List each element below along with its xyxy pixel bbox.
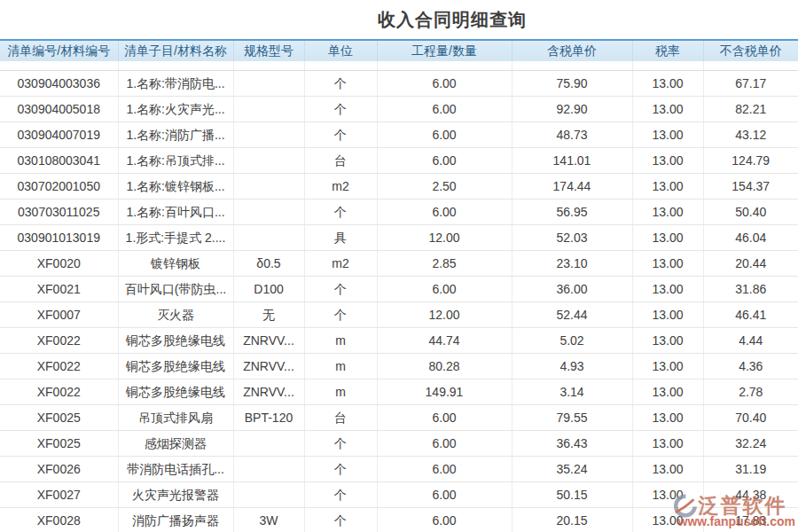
cell-code: XF0022 <box>0 354 118 379</box>
cell-tax_rate: 13.00 <box>632 508 703 532</box>
cell-price_with_tax: 79.55 <box>512 405 632 431</box>
cell-spec <box>233 200 304 225</box>
spacer-cell <box>377 61 512 71</box>
page-title: 收入合同明细查询 <box>378 8 527 32</box>
cell-price_without_tax: 4.36 <box>703 354 798 379</box>
cell-price_with_tax: 48.73 <box>512 122 632 148</box>
table-row[interactable]: XF0028消防广播扬声器3W个6.0020.1513.0017.83 <box>0 508 798 532</box>
cell-price_without_tax: 31.19 <box>703 457 798 482</box>
cell-tax_rate: 13.00 <box>632 148 703 174</box>
cell-price_without_tax: 17.83 <box>703 508 798 532</box>
cell-quantity: 12.00 <box>377 225 512 251</box>
table-row[interactable]: XF0027火灾声光报警器个6.0050.1513.0044.38 <box>0 482 798 508</box>
cell-price_without_tax: 20.44 <box>703 251 798 277</box>
cell-spec: ZNRVV... <box>233 379 304 405</box>
cell-quantity: 6.00 <box>377 97 512 122</box>
spacer-cell <box>632 61 703 71</box>
table-row[interactable]: XF0007灭火器无个12.0052.4413.0046.41 <box>0 302 798 328</box>
cell-price_with_tax: 5.02 <box>512 328 632 354</box>
cell-price_without_tax: 44.38 <box>703 482 798 508</box>
cell-quantity: 6.00 <box>377 431 512 457</box>
column-header-price-without-tax: 不含税单价 <box>703 40 798 61</box>
table-row[interactable]: XF0025吊顶式排风扇BPT-120台6.0079.5513.0070.40 <box>0 405 798 431</box>
cell-price_with_tax: 36.00 <box>512 277 632 302</box>
table-row[interactable]: XF0022铜芯多股绝缘电线ZNRVV...m80.284.9313.004.3… <box>0 354 798 379</box>
spacer-cell <box>512 61 632 71</box>
cell-code: 030702001050 <box>0 174 118 200</box>
table-row[interactable]: 0309010130191.形式:手提式 2....具12.0052.0313.… <box>0 225 798 251</box>
table-row[interactable]: XF0022铜芯多股绝缘电线ZNRVV...m149.913.1413.002.… <box>0 379 798 405</box>
cell-unit: 个 <box>304 482 377 508</box>
table-row[interactable]: 0301080030411.名称:吊顶式排...台6.00141.0113.00… <box>0 148 798 174</box>
cell-tax_rate: 13.00 <box>632 97 703 122</box>
table-row[interactable]: XF0021百叶风口(带防虫...D100个6.0036.0013.0031.8… <box>0 277 798 302</box>
cell-price_without_tax: 46.04 <box>703 225 798 251</box>
cell-code: XF0022 <box>0 328 118 354</box>
cell-code: XF0025 <box>0 431 118 457</box>
cell-name: 1.名称:百叶风口... <box>118 200 233 225</box>
cell-code: 030108003041 <box>0 148 118 174</box>
cell-spec: BPT-120 <box>233 405 304 431</box>
cell-tax_rate: 13.00 <box>632 71 703 97</box>
cell-name: 带消防电话插孔... <box>118 457 233 482</box>
cell-code: 030901013019 <box>0 225 118 251</box>
cell-unit: 台 <box>304 405 377 431</box>
cell-price_without_tax: 2.78 <box>703 379 798 405</box>
cell-quantity: 2.50 <box>377 174 512 200</box>
table-body: 0309040030361.名称:带消防电...个6.0075.9013.006… <box>0 61 798 532</box>
cell-unit: 台 <box>304 148 377 174</box>
table-row[interactable]: 0307030110251.名称:百叶风口...个6.0056.9513.005… <box>0 200 798 225</box>
table-row[interactable]: 0309040030361.名称:带消防电...个6.0075.9013.006… <box>0 71 798 97</box>
cell-unit: 个 <box>304 200 377 225</box>
table-row[interactable]: XF0022铜芯多股绝缘电线ZNRVV...m44.745.0213.004.4… <box>0 328 798 354</box>
cell-spec <box>233 122 304 148</box>
table-row[interactable]: 0309040070191.名称:消防广播...个6.0048.7313.004… <box>0 122 798 148</box>
spacer-cell <box>703 61 798 71</box>
cell-tax_rate: 13.00 <box>632 328 703 354</box>
cell-unit: 个 <box>304 277 377 302</box>
cell-code: XF0020 <box>0 251 118 277</box>
table-row[interactable]: XF0026带消防电话插孔...个6.0035.2413.0031.19 <box>0 457 798 482</box>
column-header-name: 清单子目/材料名称 <box>118 40 233 61</box>
cell-unit: 个 <box>304 71 377 97</box>
cell-name: 铜芯多股绝缘电线 <box>118 354 233 379</box>
table-row[interactable]: XF0020镀锌钢板δ0.5m22.8523.1013.0020.44 <box>0 251 798 277</box>
cell-name: 铜芯多股绝缘电线 <box>118 328 233 354</box>
table-row[interactable]: 0307020010501.名称:镀锌钢板...m22.50174.4413.0… <box>0 174 798 200</box>
cell-name: 1.名称:吊顶式排... <box>118 148 233 174</box>
cell-quantity: 6.00 <box>377 148 512 174</box>
cell-code: XF0022 <box>0 379 118 405</box>
cell-spec: 无 <box>233 302 304 328</box>
cell-price_without_tax: 82.21 <box>703 97 798 122</box>
cell-spec <box>233 482 304 508</box>
column-header-spec: 规格型号 <box>233 40 304 61</box>
cell-spec <box>233 71 304 97</box>
table-row[interactable]: 0309040050181.名称:火灾声光...个6.0092.9013.008… <box>0 97 798 122</box>
table-header: 清单编号/材料编号 清单子目/材料名称 规格型号 单位 工程量/数量 含税单价 … <box>0 40 798 61</box>
cell-spec: ZNRVV... <box>233 328 304 354</box>
cell-unit: m <box>304 328 377 354</box>
cell-spec <box>233 97 304 122</box>
spacer-cell <box>233 61 304 71</box>
cell-price_without_tax: 67.17 <box>703 71 798 97</box>
spacer-cell <box>0 61 118 71</box>
cell-price_with_tax: 20.15 <box>512 508 632 532</box>
cell-price_with_tax: 56.95 <box>512 200 632 225</box>
cell-tax_rate: 13.00 <box>632 482 703 508</box>
cell-price_with_tax: 50.15 <box>512 482 632 508</box>
cell-quantity: 80.28 <box>377 354 512 379</box>
cell-price_with_tax: 36.43 <box>512 431 632 457</box>
column-header-code: 清单编号/材料编号 <box>0 40 118 61</box>
cell-unit: 个 <box>304 302 377 328</box>
cell-code: XF0007 <box>0 302 118 328</box>
cell-price_with_tax: 52.03 <box>512 225 632 251</box>
header-row: 清单编号/材料编号 清单子目/材料名称 规格型号 单位 工程量/数量 含税单价 … <box>0 40 798 61</box>
cell-tax_rate: 13.00 <box>632 379 703 405</box>
cell-tax_rate: 13.00 <box>632 200 703 225</box>
cell-tax_rate: 13.00 <box>632 302 703 328</box>
cell-unit: m <box>304 354 377 379</box>
cell-quantity: 6.00 <box>377 405 512 431</box>
cell-name: 消防广播扬声器 <box>118 508 233 532</box>
table-row[interactable]: XF0025感烟探测器个6.0036.4313.0032.24 <box>0 431 798 457</box>
cell-code: XF0027 <box>0 482 118 508</box>
